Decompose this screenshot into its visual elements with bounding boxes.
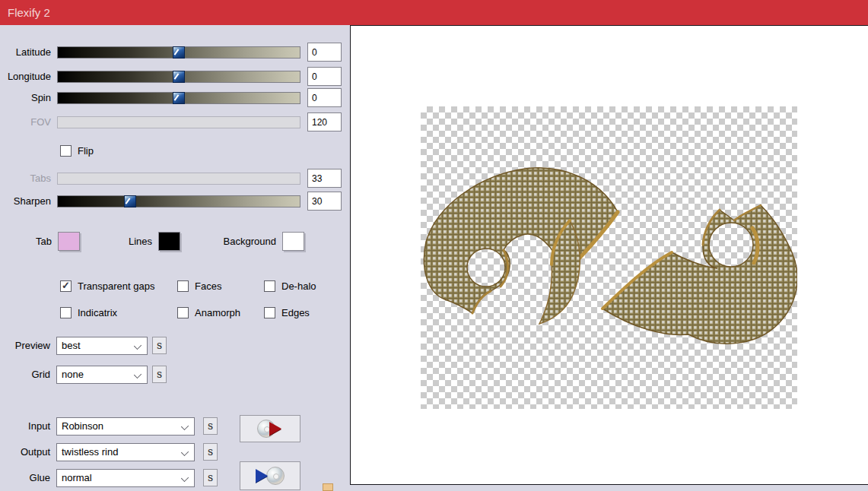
de-halo-label: De-halo xyxy=(281,280,316,292)
tabs-value-input[interactable] xyxy=(307,169,342,188)
edges-checkbox[interactable] xyxy=(264,307,275,318)
spin-value-input[interactable] xyxy=(307,88,342,107)
output-select[interactable]: twistless rind xyxy=(56,443,195,461)
titlebar[interactable]: Flexify 2 xyxy=(0,0,868,25)
faces-checkbox[interactable] xyxy=(177,280,189,292)
lines-color-label: Lines xyxy=(91,232,152,251)
fov-label: FOV xyxy=(0,116,51,128)
cd-disc-icon xyxy=(266,467,285,485)
preview-select-value: best xyxy=(62,337,81,354)
edges-label: Edges xyxy=(281,307,310,318)
flip-label: Flip xyxy=(78,145,94,157)
clipped-corner-chip xyxy=(323,483,333,491)
glue-cycle-button[interactable]: s xyxy=(203,469,218,486)
render-red-button[interactable] xyxy=(240,415,300,442)
preview-select[interactable]: best xyxy=(56,337,148,355)
latitude-slider[interactable] xyxy=(57,46,300,59)
chevron-down-icon xyxy=(135,343,141,349)
sharpen-value-input[interactable] xyxy=(307,192,342,211)
grid-select-value: none xyxy=(62,366,84,383)
input-cycle-button[interactable]: s xyxy=(203,417,218,435)
indicatrix-checkbox[interactable] xyxy=(60,307,72,318)
latitude-label: Latitude xyxy=(0,46,51,59)
grid-select[interactable]: none xyxy=(56,366,148,384)
de-halo-checkbox[interactable] xyxy=(264,280,275,292)
background-color-swatch[interactable] xyxy=(282,232,304,251)
left-spiral-shape xyxy=(424,168,618,313)
output-select-value: twistless rind xyxy=(62,444,118,461)
sharpen-slider[interactable] xyxy=(57,195,300,207)
preview-select-label: Preview xyxy=(0,337,50,355)
sharpen-slider-thumb[interactable] xyxy=(124,195,136,207)
input-select[interactable]: Robinson xyxy=(56,417,195,436)
longitude-slider[interactable] xyxy=(57,71,300,83)
latitude-value-input[interactable] xyxy=(307,43,342,62)
flip-checkbox[interactable] xyxy=(60,145,72,157)
blue-triangle-icon xyxy=(256,469,268,483)
chevron-down-icon xyxy=(182,423,188,429)
glue-select-value: normal xyxy=(62,470,92,486)
tabs-slider xyxy=(57,173,300,185)
indicatrix-label: Indicatrix xyxy=(78,307,117,318)
tabs-label: Tabs xyxy=(0,173,51,185)
glue-select-label: Glue xyxy=(0,469,50,487)
fov-value-input[interactable] xyxy=(307,112,342,131)
input-select-label: Input xyxy=(0,417,50,436)
grid-select-label: Grid xyxy=(0,366,50,384)
fov-slider xyxy=(57,116,300,128)
anamorph-checkbox[interactable] xyxy=(177,307,189,318)
flexified-artwork xyxy=(421,106,797,409)
chevron-down-icon xyxy=(135,372,141,378)
spin-label: Spin xyxy=(0,92,51,104)
red-triangle-icon xyxy=(269,422,281,436)
flexify-window: Flexify 2 Latitude Longitude Spin FOV Fl… xyxy=(0,0,868,491)
window-title: Flexify 2 xyxy=(8,0,50,25)
longitude-slider-thumb[interactable] xyxy=(173,71,185,83)
input-select-value: Robinson xyxy=(62,418,103,435)
tab-color-swatch[interactable] xyxy=(58,232,80,251)
preview-cycle-button[interactable]: s xyxy=(152,337,167,354)
render-blue-button[interactable] xyxy=(240,461,300,490)
output-cycle-button[interactable]: s xyxy=(203,443,218,461)
faces-label: Faces xyxy=(195,280,221,292)
lines-color-swatch[interactable] xyxy=(158,232,180,251)
output-select-label: Output xyxy=(0,443,50,461)
tab-color-label: Tab xyxy=(0,232,52,251)
transparent-gaps-label: Transparent gaps xyxy=(78,280,154,292)
longitude-label: Longitude xyxy=(0,71,51,83)
latitude-slider-thumb[interactable] xyxy=(173,46,185,59)
glue-select[interactable]: normal xyxy=(56,469,195,487)
background-color-label: Background xyxy=(194,232,276,251)
grid-cycle-button[interactable]: s xyxy=(152,366,167,383)
spin-slider[interactable] xyxy=(57,92,300,104)
longitude-value-input[interactable] xyxy=(307,67,342,86)
transparent-gaps-checkbox[interactable] xyxy=(60,280,72,292)
sharpen-label: Sharpen xyxy=(0,195,51,207)
anamorph-label: Anamorph xyxy=(195,307,240,318)
chevron-down-icon xyxy=(182,449,188,455)
preview-canvas[interactable] xyxy=(421,106,797,409)
spin-slider-thumb[interactable] xyxy=(173,92,185,104)
right-spiral-shape xyxy=(603,205,797,344)
chevron-down-icon xyxy=(182,475,188,481)
preview-panel xyxy=(350,25,868,485)
